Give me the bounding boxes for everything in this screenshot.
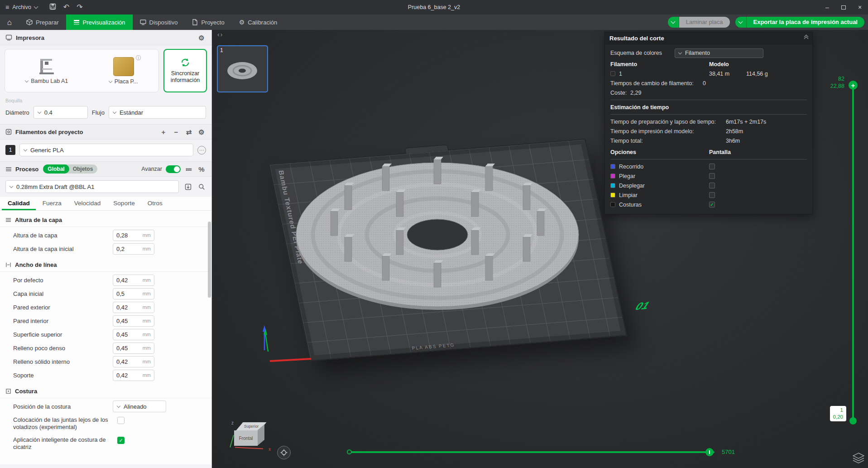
process-tabs: Calidad Fuerza Velocidad Soporte Otros — [0, 197, 211, 211]
printer-select[interactable]: Bambu Lab A1 — [25, 78, 68, 84]
color-scheme-select[interactable]: Filamento — [675, 48, 763, 58]
build-plate[interactable]: Bambu Textured PEI Plate PLA ABS PETG — [269, 139, 627, 361]
move-slider-track[interactable] — [348, 451, 715, 453]
filament-settings-gear-icon[interactable]: ⚙ — [197, 127, 206, 136]
tab-preparar[interactable]: Preparar — [19, 14, 66, 30]
chevron-down-icon — [34, 5, 38, 9]
advanced-label: Avanzar — [141, 166, 162, 172]
cube-front-face[interactable]: Frontal — [234, 430, 258, 446]
axis-z-label: z — [231, 420, 234, 425]
line-width-internal-solid-input[interactable]: 0,42mm — [113, 356, 154, 367]
option-row: Costuras ✓ — [610, 200, 807, 209]
titlebar: ≡ Archivo ↶ ↷ Prueba 6_base 2_v2 – × — [0, 0, 868, 14]
filament-slot-row: 1 Generic PLA ⋯ — [0, 140, 211, 161]
chevron-down-icon — [109, 79, 112, 82]
printer-section-header: Impresora ⚙ — [0, 30, 211, 45]
layers-view-icon[interactable] — [853, 453, 864, 465]
search-icon[interactable] — [197, 182, 206, 191]
tab-proyecto[interactable]: Proyecto — [185, 14, 231, 30]
printer-settings-gear-icon[interactable]: ⚙ — [197, 33, 206, 42]
close-button[interactable]: × — [852, 0, 868, 14]
swap-filament-icon[interactable]: ⇄ — [184, 127, 193, 136]
smart-seam-checkbox[interactable]: ✓ — [117, 437, 125, 444]
option-seams-checkbox[interactable]: ✓ — [709, 202, 715, 207]
option-retract-checkbox[interactable] — [709, 173, 715, 179]
home-button[interactable]: ⌂ — [0, 14, 19, 30]
export-dropdown-caret[interactable] — [735, 17, 747, 28]
seam-position-select[interactable]: Alineado — [113, 400, 166, 412]
scope-global[interactable]: Global — [43, 164, 69, 174]
plate-select[interactable]: Placa P... — [109, 78, 138, 85]
save-button[interactable] — [49, 3, 56, 11]
option-unretract-checkbox[interactable] — [709, 183, 715, 188]
printer-icon — [5, 34, 12, 41]
scope-objects[interactable]: Objetos — [69, 164, 98, 174]
redo-button[interactable]: ↷ — [77, 4, 82, 11]
process-preset-select[interactable]: 0.28mm Extra Draft @BBL A1 — [5, 180, 179, 193]
tab-calidad[interactable]: Calidad — [2, 200, 36, 210]
remove-filament-icon[interactable]: − — [172, 127, 181, 136]
option-travel-checkbox[interactable] — [709, 164, 715, 169]
info-icon[interactable]: ⓘ — [136, 55, 141, 61]
tab-dispositivo[interactable]: Dispositivo — [133, 14, 185, 30]
param-row: Soporte 0,42mm — [0, 368, 211, 382]
collapse-panel-icon[interactable] — [805, 37, 808, 40]
plate-device[interactable]: ⓘ Placa P... — [109, 57, 138, 85]
axis-x-label: x — [269, 447, 271, 452]
minimize-button[interactable]: – — [819, 0, 835, 14]
line-width-outer-wall-input[interactable]: 0,42mm — [113, 302, 154, 313]
filament-edit-icon[interactable]: ⋯ — [197, 146, 206, 154]
line-width-inner-wall-input[interactable]: 0,45mm — [113, 315, 154, 327]
tab-otros[interactable]: Otros — [142, 200, 168, 210]
undo-button[interactable]: ↶ — [63, 4, 69, 11]
sidebar-scrollbar[interactable] — [208, 222, 211, 298]
option-wipe-checkbox[interactable] — [709, 192, 715, 198]
maximize-button[interactable] — [835, 0, 852, 14]
move-slider-handle[interactable] — [705, 448, 714, 456]
layer-slider-bottom-handle[interactable] — [849, 417, 857, 425]
filament-changes-label: Tiempos de cambio de filamento: — [610, 80, 703, 87]
line-width-sparse-infill-input[interactable]: 0,45mm — [113, 343, 154, 354]
line-width-first-layer-input[interactable]: 0,5mm — [113, 288, 154, 299]
flow-select[interactable]: Estándar — [109, 106, 206, 119]
add-filament-icon[interactable]: + — [159, 127, 168, 136]
chevron-down-icon — [117, 404, 120, 408]
staggered-seam-checkbox[interactable] — [117, 417, 125, 424]
orbit-camera-button[interactable] — [277, 446, 291, 459]
slice-button-group: Laminar placa — [668, 17, 730, 28]
line-width-top-surface-input[interactable]: 0,45mm — [113, 329, 154, 340]
diameter-select[interactable]: 0.4 — [34, 106, 88, 119]
printer-device[interactable]: Bambu Lab A1 — [25, 58, 68, 84]
line-width-support-input[interactable]: 0,42mm — [113, 370, 154, 381]
export-button-group: Exportar la placa de impresión actual — [735, 17, 864, 28]
layer-slider[interactable]: + — [852, 86, 854, 421]
sync-info-button[interactable]: Sincronizar información — [163, 49, 207, 92]
save-preset-icon[interactable] — [183, 182, 192, 191]
slice-dropdown-caret[interactable] — [668, 17, 679, 28]
plate-thumbnail[interactable]: 1 — [217, 45, 268, 92]
filament-spool-icon — [5, 129, 12, 135]
slice-plate-button[interactable]: Laminar placa — [679, 17, 730, 28]
tab-velocidad[interactable]: Velocidad — [68, 200, 107, 210]
param-row: Capa inicial 0,5mm — [0, 287, 211, 300]
printer-image — [37, 58, 57, 76]
initial-layer-height-input[interactable]: 0,2mm — [113, 243, 154, 255]
export-plate-button[interactable]: Exportar la placa de impresión actual — [747, 17, 864, 28]
orientation-cube[interactable]: z Superior Frontal x — [230, 419, 275, 458]
filament-select[interactable]: Generic PLA — [19, 144, 193, 156]
percent-icon[interactable]: % — [197, 164, 206, 174]
collapse-thumbnails-icon[interactable]: ‹› — [217, 31, 223, 38]
filament-changes-value: 0 — [703, 80, 706, 87]
col-options-header: Opciones — [610, 149, 709, 155]
line-width-default-input[interactable]: 0,42mm — [113, 275, 154, 286]
layer-height-input[interactable]: 0,28mm — [113, 230, 154, 241]
tab-previsualizacion[interactable]: Previsualización — [66, 14, 133, 30]
advanced-toggle[interactable] — [166, 165, 181, 173]
tab-fuerza[interactable]: Fuerza — [37, 200, 67, 210]
tab-soporte[interactable]: Soporte — [107, 200, 140, 210]
param-list-icon[interactable]: ≔ — [184, 164, 193, 174]
layer-slider-top-handle[interactable]: + — [849, 81, 858, 90]
file-menu[interactable]: ≡ Archivo — [0, 0, 43, 14]
move-slider[interactable]: 5701 — [348, 450, 715, 454]
tab-calibracion[interactable]: ⚙ Calibración — [232, 14, 285, 30]
